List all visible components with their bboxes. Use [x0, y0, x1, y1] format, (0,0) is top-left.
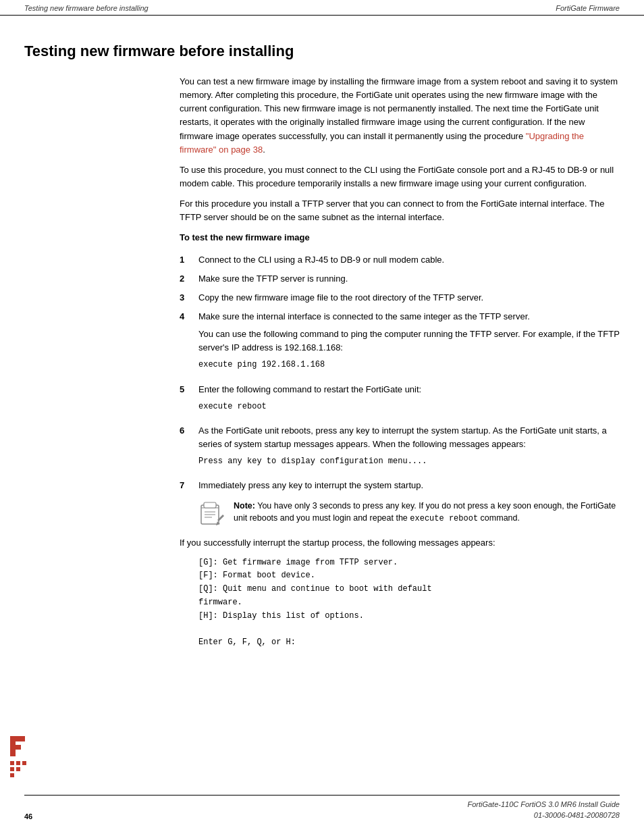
- svg-rect-12: [16, 761, 20, 765]
- after-interrupt-para: If you successfully interrupt the startu…: [180, 536, 620, 550]
- note-label: Note:: [234, 501, 255, 511]
- code-press: Press any key to display configuration m…: [198, 455, 620, 468]
- svg-rect-2: [204, 502, 216, 508]
- footer-doc-id: 01-30006-0481-20080728: [467, 810, 620, 820]
- step-3-content: Copy the new firmware image file to the …: [198, 291, 620, 305]
- step-2-content: Make sure the TFTP server is running.: [198, 272, 620, 286]
- code-ping: execute ping 192.168.1.168: [198, 359, 620, 371]
- step-5-content: Enter the following command to restart t…: [198, 383, 620, 419]
- svg-rect-9: [10, 736, 25, 741]
- intro-block: You can test a new firmware image by ins…: [24, 75, 620, 656]
- main-content: Testing new firmware before installing Y…: [0, 16, 644, 705]
- footer-doc-title: FortiGate-110C FortiOS 3.0 MR6 Install G…: [467, 800, 620, 810]
- svg-rect-15: [16, 767, 20, 771]
- page-footer: 46 FortiGate-110C FortiOS 3.0 MR6 Instal…: [24, 795, 620, 820]
- page-number: 46: [24, 812, 32, 820]
- fortinet-logo: [7, 733, 44, 780]
- step-3: 3 Copy the new firmware image file to th…: [180, 291, 620, 305]
- svg-rect-14: [10, 767, 14, 771]
- page-title: Testing new firmware before installing: [24, 43, 620, 60]
- step-2-num: 2: [180, 272, 198, 286]
- footer-doc-info: FortiGate-110C FortiOS 3.0 MR6 Install G…: [467, 800, 620, 820]
- step-1: 1 Connect to the CLI using a RJ-45 to DB…: [180, 253, 620, 267]
- svg-rect-16: [10, 773, 14, 777]
- note-inline-code: execute reboot: [410, 514, 478, 523]
- note-text-content: Note: You have only 3 seconds to press a…: [234, 500, 620, 525]
- steps-list: 1 Connect to the CLI using a RJ-45 to DB…: [180, 253, 620, 493]
- svg-rect-13: [22, 761, 26, 765]
- step-7: 7 Immediately press any key to interrupt…: [180, 479, 620, 492]
- header-right-text: FortiGate Firmware: [556, 4, 620, 12]
- step-5: 5 Enter the following command to restart…: [180, 383, 620, 419]
- svg-marker-7: [216, 521, 220, 525]
- step-6-num: 6: [180, 424, 198, 473]
- pencil-note-svg: [198, 501, 225, 528]
- step-1-content: Connect to the CLI using a RJ-45 to DB-9…: [198, 253, 620, 267]
- header-left-text: Testing new firmware before installing: [24, 4, 149, 12]
- step-4-num: 4: [180, 310, 198, 377]
- step-3-num: 3: [180, 291, 198, 305]
- fortinet-logo-svg: [7, 733, 44, 780]
- svg-rect-10: [10, 745, 21, 750]
- code-messages-block: [G]: Get firmware image from TFTP server…: [198, 556, 620, 650]
- para-3: For this procedure you install a TFTP se…: [180, 197, 620, 224]
- step-4: 4 Make sure the internal interface is co…: [180, 310, 620, 377]
- page-header: Testing new firmware before installing F…: [0, 0, 644, 16]
- note-icon: [198, 501, 225, 528]
- para-2: To use this procedure, you must connect …: [180, 163, 620, 190]
- step-6: 6 As the FortiGate unit reboots, press a…: [180, 424, 620, 473]
- procedure-heading: To test the new firmware image: [180, 231, 620, 244]
- step-6-content: As the FortiGate unit reboots, press any…: [198, 424, 620, 473]
- code-reboot: execute reboot: [198, 400, 620, 413]
- intro-text: You can test a new firmware image by ins…: [180, 75, 620, 656]
- note-box: Note: You have only 3 seconds to press a…: [198, 500, 620, 528]
- step-4-content: Make sure the internal interface is conn…: [198, 310, 620, 377]
- left-margin: [24, 75, 180, 656]
- step-2: 2 Make sure the TFTP server is running.: [180, 272, 620, 286]
- step-7-content: Immediately press any key to interrupt t…: [198, 479, 620, 492]
- step-7-num: 7: [180, 479, 198, 492]
- svg-rect-11: [10, 761, 14, 765]
- step-5-num: 5: [180, 383, 198, 419]
- para-1: You can test a new firmware image by ins…: [180, 75, 620, 157]
- step-1-num: 1: [180, 253, 198, 267]
